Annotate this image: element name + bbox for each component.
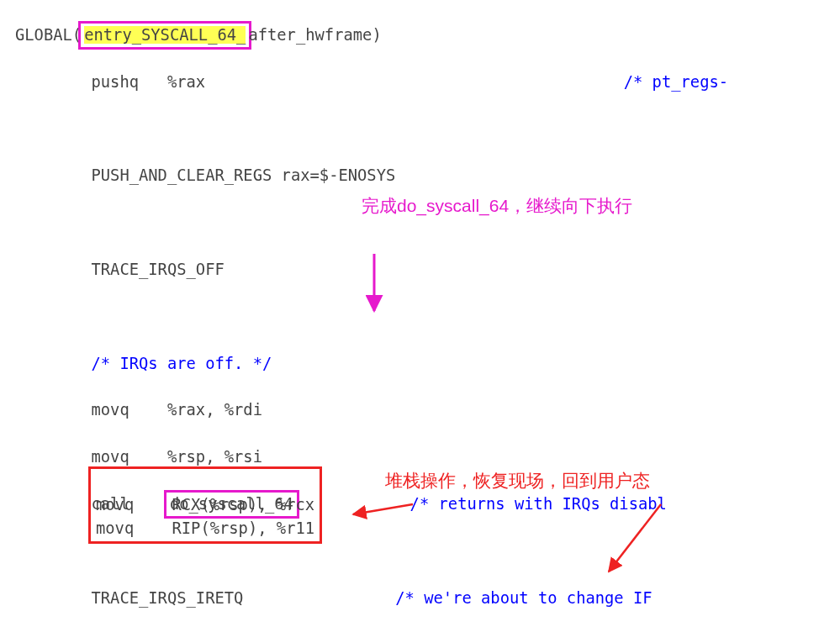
l1b: after_hwframe) — [248, 26, 381, 44]
l11c: /* returns with IRQs disabl — [410, 495, 667, 513]
l8: /* IRQs are off. */ — [15, 352, 840, 376]
l6: TRACE_IRQS_OFF — [15, 258, 840, 282]
l4: PUSH_AND_CLEAR_REGS rax=$-ENOSYS — [15, 164, 840, 187]
l3 — [15, 118, 840, 141]
l9: movq %rax, %rdi — [15, 398, 840, 422]
stack-restore-box: movq RCX(%rsp), %rcx movq RIP(%rsp), %r1… — [88, 466, 322, 544]
l10: movq %rsp, %rsi — [15, 445, 840, 469]
l13a: TRACE_IRQS_IRETQ — [15, 589, 395, 607]
entry-syscall-64-label: entry_SYSCALL_64_ — [84, 26, 246, 44]
l20: movq RCX(%rsp), %rcx — [96, 496, 314, 514]
entry-syscall-64-box: entry_SYSCALL_64_ — [78, 21, 251, 50]
l13c: /* we're about to change IF — [395, 589, 652, 607]
annotation-red: 堆栈操作，恢复现场，回到用户态 — [385, 470, 650, 491]
l1a: GLOBAL( — [15, 26, 82, 44]
annotation-magenta: 完成do_syscall_64，继续向下执行 — [362, 195, 632, 216]
l2a: pushq %rax — [15, 73, 624, 91]
code-block: GLOBAL(entry_SYSCALL_64_after_hwframe) p… — [0, 0, 840, 627]
l2c: /* pt_regs- — [624, 73, 728, 91]
l7 — [15, 305, 840, 329]
l21: movq RIP(%rsp), %r11 — [96, 519, 314, 537]
